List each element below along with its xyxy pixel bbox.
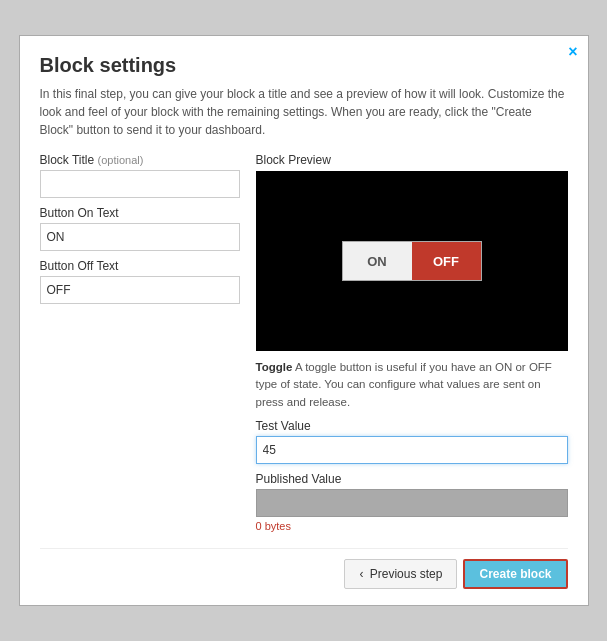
toggle-description: Toggle A toggle button is useful if you …: [256, 359, 568, 411]
toggle-on-side: ON: [343, 242, 412, 280]
create-block-button[interactable]: Create block: [463, 559, 567, 589]
preview-label: Block Preview: [256, 153, 568, 167]
optional-text: (optional): [98, 154, 144, 166]
bytes-text: 0 bytes: [256, 520, 568, 532]
close-button[interactable]: ×: [568, 44, 577, 60]
preview-box: ON OFF: [256, 171, 568, 351]
toggle-off-side: OFF: [412, 242, 481, 280]
button-on-label: Button On Text: [40, 206, 240, 220]
toggle-description-text: A toggle button is useful if you have an…: [256, 361, 552, 408]
block-title-label: Block Title (optional): [40, 153, 240, 167]
button-on-input[interactable]: [40, 223, 240, 251]
test-value-label: Test Value: [256, 419, 568, 433]
test-value-input[interactable]: [256, 436, 568, 464]
published-value-box: [256, 489, 568, 517]
previous-step-button[interactable]: ‹ Previous step: [344, 559, 457, 589]
button-off-label: Button Off Text: [40, 259, 240, 273]
chevron-left-icon: ‹: [359, 567, 363, 581]
toggle-widget: ON OFF: [342, 241, 482, 281]
published-value-label: Published Value: [256, 472, 568, 486]
right-column: Block Preview ON OFF Toggle A toggle but…: [256, 153, 568, 532]
modal-footer: ‹ Previous step Create block: [40, 548, 568, 589]
block-settings-modal: × Block settings In this final step, you…: [19, 35, 589, 606]
button-off-input[interactable]: [40, 276, 240, 304]
block-title-input[interactable]: [40, 170, 240, 198]
left-column: Block Title (optional) Button On Text Bu…: [40, 153, 240, 532]
toggle-description-bold: Toggle: [256, 361, 293, 373]
modal-title: Block settings: [40, 54, 568, 77]
modal-body: Block Title (optional) Button On Text Bu…: [40, 153, 568, 532]
modal-description: In this final step, you can give your bl…: [40, 85, 568, 139]
